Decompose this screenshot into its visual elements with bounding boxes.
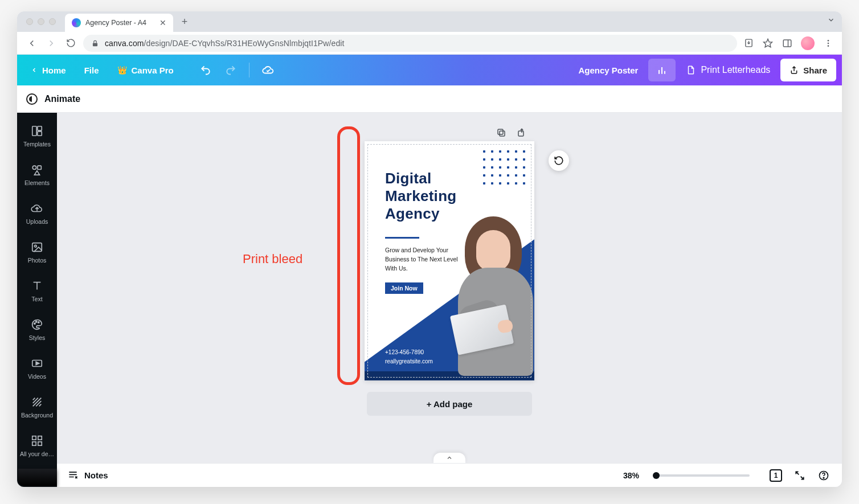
svg-point-7 — [828, 45, 829, 47]
page-tray-handle[interactable] — [433, 453, 465, 463]
sidebar-item-templates[interactable]: Templates — [17, 117, 57, 155]
zoom-slider[interactable] — [653, 474, 750, 477]
browser-toolbar: canva.com/design/DAE-CYqvhSs/R31HEoWyGns… — [17, 32, 842, 55]
redo-button — [219, 55, 242, 85]
svg-marker-2 — [764, 39, 772, 47]
svg-point-21 — [38, 322, 39, 323]
print-letterheads-button[interactable]: Print Letterheads — [678, 59, 778, 81]
sidebar-item-styles[interactable]: Styles — [17, 311, 57, 349]
close-icon[interactable]: ✕ — [159, 18, 166, 27]
help-button[interactable] — [816, 468, 832, 483]
install-icon[interactable] — [743, 38, 754, 49]
cloud-sync-icon[interactable] — [256, 55, 280, 85]
profile-avatar[interactable] — [801, 36, 815, 50]
svg-point-18 — [34, 245, 36, 247]
svg-rect-17 — [32, 243, 42, 252]
svg-rect-26 — [32, 442, 36, 445]
editor-footer: Notes 38% 1 — [57, 463, 842, 487]
canva-topbar: Home File 👑Canva Pro Agency Poster Print… — [17, 55, 842, 85]
svg-point-14 — [32, 166, 36, 169]
svg-rect-15 — [38, 166, 41, 169]
add-page-button[interactable]: + Add page — [367, 392, 532, 416]
svg-rect-24 — [32, 436, 36, 440]
svg-rect-28 — [500, 131, 505, 136]
svg-point-6 — [828, 42, 829, 44]
poster-design: Digital Marketing Agency Grow and Develo… — [365, 141, 534, 380]
bookmark-star-icon[interactable] — [762, 38, 774, 49]
poster-website[interactable]: reallygreatsite.com — [385, 358, 433, 364]
back-button[interactable] — [25, 36, 39, 50]
zoom-level[interactable]: 38% — [623, 471, 639, 480]
sidebar-item-text[interactable]: Text — [17, 272, 57, 310]
address-bar[interactable]: canva.com/design/DAE-CYqvhSs/R31HEoWyGns… — [83, 35, 737, 52]
sidebar-item-background[interactable]: Background — [17, 388, 57, 426]
side-panel-icon[interactable] — [782, 38, 793, 49]
svg-rect-13 — [38, 132, 42, 136]
page-controls — [496, 128, 527, 138]
canvas-page[interactable]: Digital Marketing Agency Grow and Develo… — [365, 141, 534, 380]
browser-tabstrip: Agency Poster - A4 ✕ + — [17, 11, 842, 32]
notes-button[interactable]: Notes — [67, 470, 108, 481]
svg-point-34 — [823, 477, 824, 478]
url-text: canva.com/design/DAE-CYqvhSs/R31HEoWyGns… — [105, 39, 344, 48]
annotation-label: Print bleed — [243, 252, 302, 267]
svg-marker-16 — [34, 171, 39, 175]
export-page-icon[interactable] — [517, 128, 527, 138]
forward-button — [44, 36, 58, 50]
svg-rect-30 — [518, 131, 523, 136]
svg-point-19 — [34, 323, 35, 324]
fullscreen-button[interactable] — [792, 468, 808, 483]
insights-button[interactable] — [648, 59, 676, 81]
svg-point-20 — [36, 321, 37, 322]
animate-button[interactable]: Animate — [44, 94, 80, 104]
page-count-badge[interactable]: 1 — [768, 468, 784, 483]
home-button[interactable]: Home — [23, 55, 74, 85]
svg-point-5 — [828, 40, 829, 42]
document-name[interactable]: Agency Poster — [570, 65, 646, 75]
poster-phone[interactable]: +123-456-7890 — [385, 349, 424, 355]
annotation-highlight — [337, 126, 360, 385]
dot-pattern — [482, 149, 526, 186]
dock-peek — [18, 469, 57, 486]
share-button[interactable]: Share — [780, 59, 836, 81]
tab-title: Agency Poster - A4 — [85, 19, 155, 27]
browser-window: Agency Poster - A4 ✕ + canva.com/design/… — [17, 11, 842, 487]
animate-icon — [26, 93, 38, 105]
poster-cta-button[interactable]: Join Now — [385, 282, 423, 294]
canva-pro-button[interactable]: 👑Canva Pro — [109, 55, 182, 85]
kebab-menu-icon[interactable] — [823, 38, 834, 49]
undo-button[interactable] — [194, 55, 217, 85]
svg-rect-27 — [38, 442, 42, 445]
editor-stage[interactable]: Digital Marketing Agency Grow and Develo… — [57, 113, 842, 487]
crown-icon: 👑 — [117, 65, 127, 75]
svg-rect-3 — [783, 40, 791, 47]
tabs-chevron-down-icon[interactable] — [827, 16, 835, 24]
context-toolbar: Animate — [17, 85, 842, 113]
sidebar-item-elements[interactable]: Elements — [17, 156, 57, 194]
file-menu[interactable]: File — [76, 55, 107, 85]
browser-tab-active[interactable]: Agency Poster - A4 ✕ — [65, 14, 173, 32]
svg-marker-23 — [36, 362, 39, 365]
svg-rect-25 — [38, 436, 42, 440]
lock-icon — [91, 39, 99, 47]
sidebar-item-videos[interactable]: Videos — [17, 350, 57, 387]
sidebar-item-photos[interactable]: Photos — [17, 233, 57, 271]
left-sidebar: Templates Elements Uploads Photos Text S… — [17, 113, 57, 487]
regenerate-button[interactable] — [549, 150, 569, 171]
duplicate-page-icon[interactable] — [496, 128, 506, 138]
svg-rect-29 — [498, 129, 503, 134]
poster-person-image[interactable] — [441, 203, 534, 374]
window-traffic-lights[interactable] — [22, 11, 60, 32]
svg-rect-12 — [38, 126, 42, 130]
sidebar-item-uploads[interactable]: Uploads — [17, 195, 57, 232]
svg-rect-11 — [32, 126, 36, 136]
svg-rect-0 — [93, 43, 97, 46]
new-tab-button[interactable]: + — [177, 14, 193, 30]
canva-favicon — [72, 18, 81, 27]
reload-button[interactable] — [64, 36, 77, 50]
sidebar-item-all-designs[interactable]: All your de… — [17, 427, 57, 465]
